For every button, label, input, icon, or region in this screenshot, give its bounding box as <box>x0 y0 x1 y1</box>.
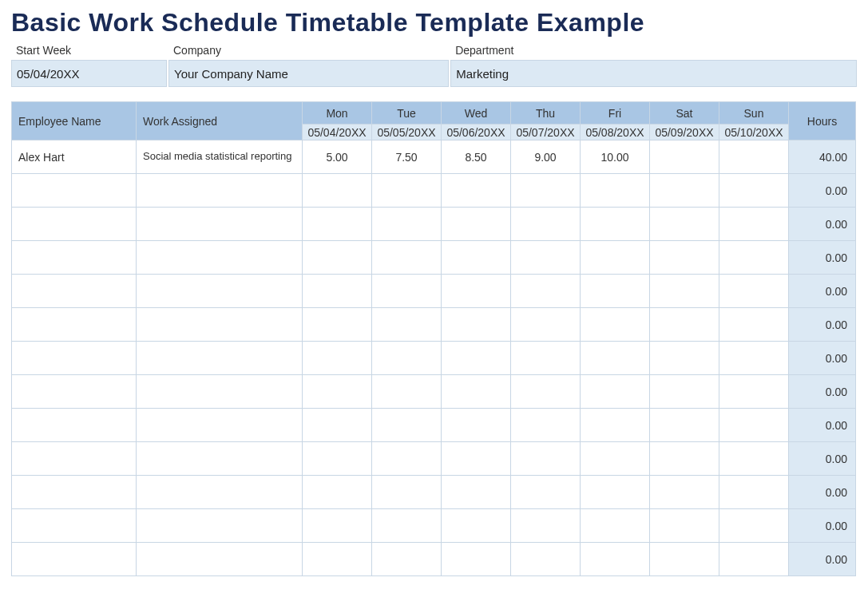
cell-day[interactable] <box>581 509 650 543</box>
cell-work[interactable] <box>137 409 303 442</box>
cell-work[interactable] <box>137 375 303 409</box>
cell-employee[interactable] <box>12 342 137 375</box>
cell-day[interactable] <box>372 208 442 241</box>
cell-day[interactable] <box>650 375 719 409</box>
cell-employee[interactable] <box>12 308 137 342</box>
cell-day[interactable] <box>650 275 719 308</box>
cell-day[interactable]: 8.50 <box>442 140 511 174</box>
cell-day[interactable] <box>719 241 789 275</box>
cell-day[interactable] <box>650 241 719 275</box>
cell-employee[interactable] <box>12 275 137 308</box>
cell-day[interactable] <box>372 409 442 442</box>
cell-employee[interactable] <box>12 509 137 543</box>
cell-employee[interactable] <box>12 174 137 208</box>
cell-day[interactable] <box>719 543 789 576</box>
cell-day[interactable] <box>372 442 442 476</box>
cell-day[interactable] <box>511 342 581 375</box>
cell-employee[interactable] <box>12 476 137 509</box>
cell-day[interactable] <box>511 308 581 342</box>
cell-day[interactable] <box>303 174 372 208</box>
cell-day[interactable] <box>303 308 372 342</box>
cell-day[interactable] <box>511 375 581 409</box>
cell-day[interactable] <box>303 275 372 308</box>
cell-day[interactable] <box>719 442 789 476</box>
cell-work[interactable] <box>137 442 303 476</box>
cell-day[interactable] <box>581 174 650 208</box>
cell-day[interactable] <box>303 476 372 509</box>
cell-employee[interactable]: Alex Hart <box>12 140 137 174</box>
cell-day[interactable] <box>650 174 719 208</box>
cell-day[interactable] <box>442 375 511 409</box>
cell-day[interactable] <box>442 208 511 241</box>
cell-work[interactable] <box>137 208 303 241</box>
cell-day[interactable] <box>303 208 372 241</box>
cell-work[interactable] <box>137 342 303 375</box>
cell-work[interactable] <box>137 543 303 576</box>
company-input[interactable] <box>168 60 449 87</box>
cell-day[interactable] <box>442 442 511 476</box>
cell-day[interactable] <box>511 241 581 275</box>
cell-day[interactable] <box>442 509 511 543</box>
cell-day[interactable] <box>650 208 719 241</box>
cell-day[interactable] <box>581 375 650 409</box>
cell-day[interactable] <box>372 375 442 409</box>
cell-day[interactable]: 7.50 <box>372 140 442 174</box>
cell-day[interactable] <box>719 476 789 509</box>
cell-day[interactable] <box>303 543 372 576</box>
cell-day[interactable] <box>719 509 789 543</box>
cell-day[interactable] <box>511 543 581 576</box>
cell-day[interactable] <box>511 275 581 308</box>
cell-day[interactable]: 5.00 <box>303 140 372 174</box>
cell-day[interactable] <box>650 308 719 342</box>
cell-day[interactable] <box>719 275 789 308</box>
cell-day[interactable] <box>442 174 511 208</box>
cell-work[interactable]: Social media statistical reporting <box>137 140 303 174</box>
cell-employee[interactable] <box>12 208 137 241</box>
cell-day[interactable] <box>442 543 511 576</box>
cell-day[interactable] <box>511 409 581 442</box>
cell-day[interactable] <box>650 442 719 476</box>
cell-day[interactable] <box>303 342 372 375</box>
cell-day[interactable] <box>372 174 442 208</box>
cell-day[interactable] <box>650 476 719 509</box>
cell-day[interactable] <box>372 543 442 576</box>
cell-day[interactable] <box>372 308 442 342</box>
cell-work[interactable] <box>137 509 303 543</box>
department-input[interactable] <box>450 60 857 87</box>
cell-day[interactable] <box>511 442 581 476</box>
cell-day[interactable] <box>650 543 719 576</box>
cell-day[interactable] <box>442 342 511 375</box>
cell-day[interactable] <box>719 140 789 174</box>
cell-day[interactable] <box>581 409 650 442</box>
cell-day[interactable] <box>442 308 511 342</box>
cell-day[interactable] <box>650 342 719 375</box>
cell-day[interactable] <box>442 409 511 442</box>
cell-day[interactable] <box>581 442 650 476</box>
cell-day[interactable] <box>581 308 650 342</box>
cell-day[interactable] <box>303 509 372 543</box>
cell-day[interactable] <box>372 241 442 275</box>
cell-day[interactable] <box>581 543 650 576</box>
cell-day[interactable] <box>650 140 719 174</box>
cell-day[interactable] <box>303 442 372 476</box>
cell-day[interactable] <box>719 208 789 241</box>
cell-day[interactable] <box>303 409 372 442</box>
cell-day[interactable]: 10.00 <box>581 140 650 174</box>
cell-day[interactable] <box>581 342 650 375</box>
cell-day[interactable] <box>581 241 650 275</box>
cell-work[interactable] <box>137 275 303 308</box>
cell-day[interactable] <box>442 241 511 275</box>
cell-day[interactable] <box>650 409 719 442</box>
cell-day[interactable] <box>442 476 511 509</box>
cell-work[interactable] <box>137 308 303 342</box>
cell-day[interactable] <box>303 375 372 409</box>
cell-employee[interactable] <box>12 375 137 409</box>
cell-day[interactable] <box>581 275 650 308</box>
cell-day[interactable] <box>719 409 789 442</box>
cell-day[interactable]: 9.00 <box>511 140 581 174</box>
cell-day[interactable] <box>581 208 650 241</box>
cell-day[interactable] <box>511 174 581 208</box>
cell-day[interactable] <box>372 476 442 509</box>
cell-day[interactable] <box>719 375 789 409</box>
cell-day[interactable] <box>303 241 372 275</box>
